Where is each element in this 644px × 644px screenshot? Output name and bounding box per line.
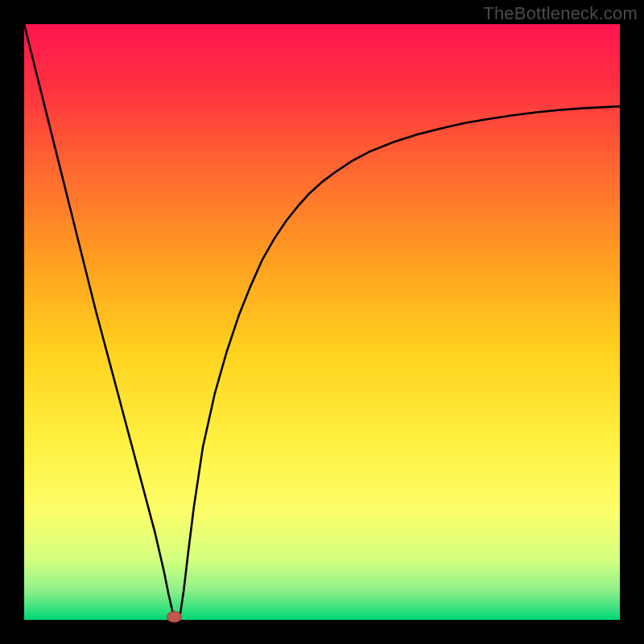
chart-frame: TheBottleneck.com xyxy=(0,0,644,644)
curve-layer xyxy=(24,24,620,620)
plot-area xyxy=(24,24,620,620)
watermark-text: TheBottleneck.com xyxy=(483,3,638,24)
min-point-marker xyxy=(167,612,182,622)
bottleneck-curve xyxy=(24,24,620,617)
